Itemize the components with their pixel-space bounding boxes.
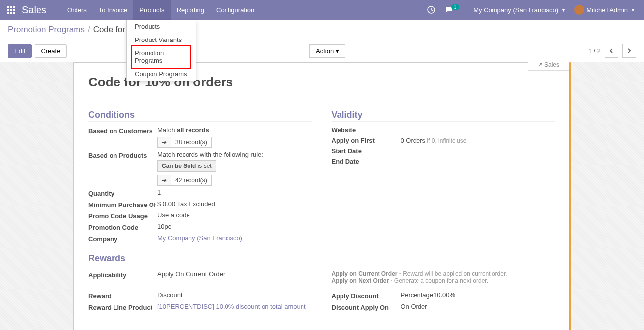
breadcrumb: Promotion Programs / Code for 10... xyxy=(8,25,144,35)
svg-rect-6 xyxy=(7,12,9,14)
nav-to-invoice[interactable]: To Invoice xyxy=(93,0,134,20)
svg-rect-1 xyxy=(10,6,12,8)
svg-rect-0 xyxy=(7,6,9,8)
validity-heading: Validity xyxy=(332,110,555,122)
promo-usage-value: Use a code xyxy=(157,211,312,219)
conditions-heading: Conditions xyxy=(88,110,312,122)
reward-label: Reward xyxy=(88,291,157,300)
chevron-down-icon: ▾ xyxy=(632,7,634,13)
apps-icon[interactable] xyxy=(5,4,17,16)
quantity-value: 1 xyxy=(157,189,312,196)
control-panel: Edit Create Action▾ 1 / 2 xyxy=(0,40,644,62)
apply-discount-value: Percentage10.00% xyxy=(401,291,555,299)
nav-orders[interactable]: Orders xyxy=(61,0,93,20)
chat-badge: 1 xyxy=(451,4,460,10)
promo-code-label: Promotion Code xyxy=(88,223,157,231)
promo-code-value: 10pc xyxy=(157,223,312,230)
breadcrumb-parent[interactable]: Promotion Programs xyxy=(8,25,85,35)
app-brand[interactable]: Sales xyxy=(22,4,46,16)
form-sheet: ↗ Sales Code for 10% on orders Condition… xyxy=(73,62,571,330)
based-on-customers-label: Based on Customers xyxy=(88,126,157,135)
based-on-products-label: Based on Products xyxy=(88,151,157,159)
dropdown-product-variants[interactable]: Product Variants xyxy=(127,33,196,46)
min-purchase-label: Minimum Purchase Of xyxy=(88,200,157,208)
records-count-42[interactable]: 42 record(s) xyxy=(171,175,212,186)
company-label: Company xyxy=(88,234,157,243)
company-switcher[interactable]: My Company (San Francisco)▾ xyxy=(468,6,569,14)
dropdown-coupon-programs[interactable]: Coupon Programs xyxy=(127,67,196,81)
top-navbar: Sales Orders To Invoice Products Reporti… xyxy=(0,0,644,20)
smart-button-sales[interactable]: ↗ Sales xyxy=(528,62,569,71)
svg-rect-7 xyxy=(10,12,12,14)
quantity-label: Quantity xyxy=(88,189,157,197)
help-current: Apply on Current Order - Reward will be … xyxy=(332,270,555,277)
svg-rect-2 xyxy=(13,6,15,8)
products-dropdown: Products Product Variants Promotion Prog… xyxy=(126,20,196,81)
min-purchase-value: $ 0.00 Tax Excluded xyxy=(157,200,312,207)
nav-reporting[interactable]: Reporting xyxy=(171,0,210,20)
applicability-label: Applicability xyxy=(88,270,157,279)
chevron-down-icon: ▾ xyxy=(336,47,339,55)
avatar xyxy=(574,5,584,15)
match-rule-text: Match records with the following rule: xyxy=(157,151,263,158)
apply-discount-label: Apply Discount xyxy=(332,291,401,300)
dropdown-promotion-programs[interactable]: Promotion Programs xyxy=(127,46,196,67)
nav-products[interactable]: Products xyxy=(133,0,170,20)
records-count-38[interactable]: 38 record(s) xyxy=(171,137,212,148)
dropdown-products[interactable]: Products xyxy=(127,20,196,33)
chevron-down-icon: ▾ xyxy=(562,7,565,13)
reward-line-link[interactable]: [10PERCENTDISC] 10.0% discount on total … xyxy=(157,303,312,310)
apply-first-label: Apply on First xyxy=(332,137,401,144)
action-button[interactable]: Action▾ xyxy=(309,44,345,58)
pager: 1 / 2 xyxy=(588,44,636,58)
discount-apply-on-label: Discount Apply On xyxy=(332,303,401,311)
company-link[interactable]: My Company (San Francisco) xyxy=(157,234,312,242)
reward-line-label: Reward Line Product xyxy=(88,303,157,311)
rewards-heading: Rewards xyxy=(88,253,555,265)
breadcrumb-bar: Promotion Programs / Code for 10... xyxy=(0,20,644,40)
help-next: Apply on Next Order - Generate a coupon … xyxy=(332,277,555,284)
end-date-label: End Date xyxy=(332,158,401,165)
discount-apply-on-value: On Order xyxy=(401,303,555,310)
svg-rect-5 xyxy=(13,9,15,11)
domain-rule: Can be Sold is set xyxy=(157,160,216,172)
start-date-label: Start Date xyxy=(332,147,401,155)
edit-button[interactable]: Edit xyxy=(8,44,32,58)
svg-rect-3 xyxy=(7,9,9,11)
pager-next[interactable] xyxy=(622,44,636,58)
svg-rect-4 xyxy=(10,9,12,11)
create-button[interactable]: Create xyxy=(35,44,67,58)
applicability-value: Apply On Current Order xyxy=(157,270,312,278)
form-content: ↗ Sales Code for 10% on orders Condition… xyxy=(0,62,644,330)
messaging-icon[interactable]: 1 xyxy=(440,6,469,14)
website-label: Website xyxy=(332,126,401,134)
reward-value: Discount xyxy=(157,291,312,299)
user-menu[interactable]: Mitchell Admin▾ xyxy=(569,5,639,15)
activities-icon[interactable] xyxy=(422,6,440,14)
pager-prev[interactable] xyxy=(605,44,618,58)
promo-usage-label: Promo Code Usage xyxy=(88,211,157,220)
arrow-icon[interactable]: ➔ xyxy=(157,137,171,148)
nav-configuration[interactable]: Configuration xyxy=(210,0,260,20)
pager-text: 1 / 2 xyxy=(588,47,601,55)
svg-rect-8 xyxy=(13,12,15,14)
arrow-icon[interactable]: ➔ xyxy=(157,175,171,186)
